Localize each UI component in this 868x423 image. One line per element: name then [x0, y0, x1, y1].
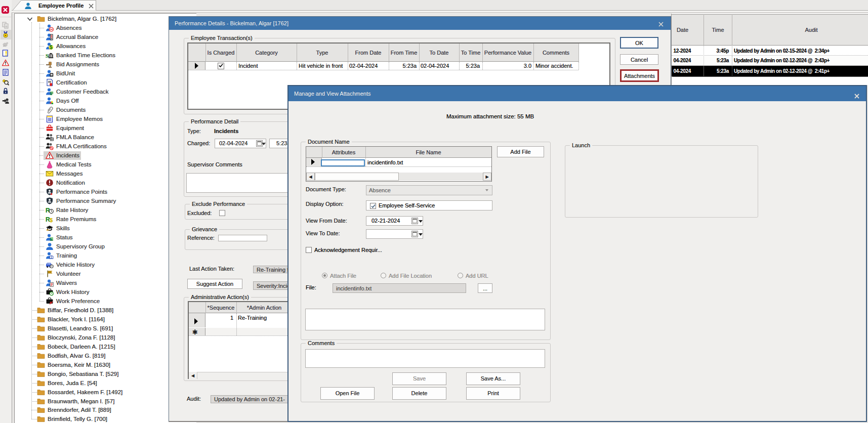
svg-text:$: $ — [50, 217, 53, 223]
svg-text:S: S — [46, 53, 49, 59]
svg-text:$: $ — [50, 45, 53, 50]
